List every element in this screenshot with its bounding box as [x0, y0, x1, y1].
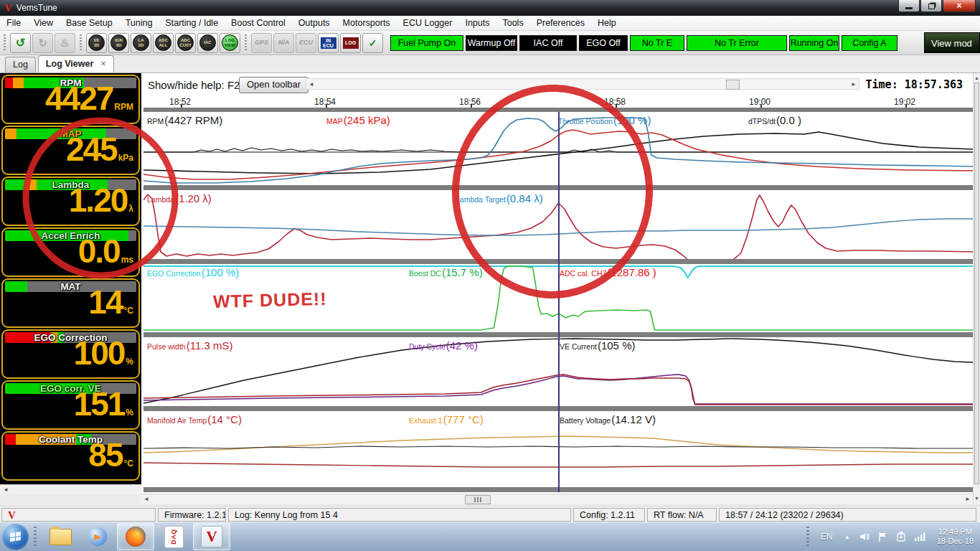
menu-item-inputs[interactable]: Inputs	[458, 17, 496, 29]
tray-expand-icon[interactable]: ▲	[844, 534, 850, 540]
reload-button[interactable]: ↺	[10, 33, 31, 53]
log-view-button[interactable]: LOG VIEW	[220, 33, 240, 53]
time-scrollbar-thumb[interactable]	[726, 80, 740, 90]
help-hint: Show/hide help: F2	[148, 79, 240, 91]
action-center-flag-icon[interactable]	[877, 532, 888, 542]
menu-item-starting-idle[interactable]: Starting / Idle	[159, 17, 225, 29]
minimize-button[interactable]	[898, 0, 920, 12]
ve-3d-button[interactable]: VE 3D	[86, 33, 107, 53]
title-bar: V VemsTune ×	[0, 0, 980, 16]
tab-log-viewer[interactable]: Log Viewer×	[38, 55, 114, 72]
clock[interactable]: 12:49 PM 18-Dec-18	[937, 527, 974, 546]
scroll-right-icon[interactable]: ►	[851, 80, 857, 90]
taskbar-media-player-button[interactable]: ▶	[80, 524, 116, 550]
gps-button[interactable]: GPS	[251, 33, 272, 53]
chart-vscrollbar-thumb[interactable]	[974, 83, 979, 484]
start-button[interactable]	[2, 524, 29, 550]
log-button[interactable]: LOG	[340, 33, 361, 53]
chart-vscrollbar[interactable]: ▲ ▼	[973, 73, 980, 504]
scroll-down-icon[interactable]: ▼	[974, 494, 979, 504]
ecu-button[interactable]: ECU	[296, 33, 316, 53]
gauge-list: RPM4427RPMMAP245kPaLambda1.20λAccel Enri…	[0, 75, 141, 481]
chart-hscrollbar-thumb[interactable]	[465, 495, 491, 504]
idaq-icon: DAQ	[164, 526, 184, 548]
toolbar-groups: ↺↻♨VE 3DIGN 2DLA 2DADC ALLADC CUSTIACLOG…	[0, 33, 384, 53]
scroll-right-icon[interactable]: ►	[965, 494, 971, 504]
close-button[interactable]: ×	[943, 0, 976, 12]
plot-label-ego-correction: EGO Correction(100 %)	[147, 266, 239, 278]
scroll-left-icon[interactable]: ◄	[3, 485, 9, 495]
toolbar-grip-icon	[80, 34, 82, 52]
menu-item-ecu-logger[interactable]: ECU Logger	[397, 17, 459, 29]
sidebar-scrollbar[interactable]: ◄	[0, 484, 141, 495]
tab-log[interactable]: Log	[5, 57, 36, 72]
plot-label-duty-cycle: Duty Cycle(42 %)	[409, 339, 478, 352]
menu-item-boost-control[interactable]: Boost Control	[225, 17, 292, 29]
media-player-icon: ▶	[88, 527, 107, 546]
menu-item-base-setup[interactable]: Base Setup	[60, 17, 119, 29]
plot-label-battery-voltage: Battery Voltage(14.12 V)	[560, 413, 656, 425]
open-toolbar-button[interactable]: Open toolbar	[239, 77, 308, 93]
la-2d-icon: LA 2D	[133, 34, 149, 51]
ign-2d-button[interactable]: IGN 2D	[108, 33, 129, 53]
status-chip-iac-off: IAC Off	[519, 35, 577, 51]
gauge-unit: %	[126, 408, 133, 418]
taskbar-firefox-button[interactable]	[117, 523, 154, 550]
time-cursor-line[interactable]	[558, 112, 560, 492]
scroll-left-icon[interactable]: ◄	[308, 80, 314, 90]
menu-item-tuning[interactable]: Tuning	[119, 17, 159, 29]
plot-label-name: RPM	[147, 117, 164, 126]
time-scrollbar[interactable]: ◄ ►	[306, 78, 859, 90]
plot-label-name: Lambda Target	[456, 195, 506, 204]
tab-close-icon[interactable]: ×	[100, 59, 105, 69]
safely-remove-icon[interactable]	[895, 531, 907, 542]
menu-item-tools[interactable]: Tools	[496, 17, 529, 29]
chart-hscrollbar[interactable]: ◄ ►	[141, 494, 973, 504]
scroll-left-icon[interactable]: ◄	[143, 494, 149, 504]
close-icon: ×	[956, 1, 961, 11]
adc-all-button[interactable]: ADC ALL	[153, 33, 174, 53]
tab-label: Log Viewer	[46, 59, 93, 69]
gauge-ego-corr-ve: EGO corr. VE151%	[1, 380, 140, 430]
iac-button[interactable]: IAC	[197, 33, 218, 53]
menu-item-file[interactable]: File	[0, 17, 27, 29]
gauge-ego-correction: EGO Correction100%	[1, 329, 140, 379]
plot-label-value: (0.84 λ)	[507, 192, 543, 204]
apply-button[interactable]: ✓	[362, 33, 383, 53]
plot-label-name: ADC cal. CH7	[560, 269, 606, 278]
in-ecu-button[interactable]: IN ECU	[318, 33, 339, 53]
toolbar-group-2: GPSN/AECUIN ECULOG✓	[241, 33, 384, 53]
menu-item-motorsports[interactable]: Motorsports	[336, 17, 397, 29]
menu-item-preferences[interactable]: Preferences	[530, 17, 591, 29]
burn-button[interactable]: ♨	[55, 33, 75, 53]
taskbar-idaq-button[interactable]: DAQ	[156, 524, 192, 550]
network-signal-icon[interactable]	[914, 532, 926, 542]
volume-icon[interactable]	[859, 531, 870, 542]
restore-button[interactable]	[920, 0, 942, 12]
view-mode-button[interactable]: View mod	[924, 32, 980, 53]
gauge-unit: °C	[124, 306, 133, 316]
language-indicator[interactable]: EN	[821, 532, 833, 542]
taskbar-vemstune-button[interactable]: V	[193, 523, 230, 550]
reload-disabled-button[interactable]: ↻	[32, 33, 53, 53]
status-chip-config-a: Config A	[842, 35, 897, 51]
menu-item-outputs[interactable]: Outputs	[292, 17, 336, 29]
gauge-coolant-temp: Coolant Temp85°C	[1, 431, 140, 481]
menu-item-help[interactable]: Help	[591, 17, 623, 29]
la-2d-button[interactable]: LA 2D	[131, 33, 151, 53]
taskbar-explorer-button[interactable]	[42, 524, 78, 550]
na-button[interactable]: N/A	[273, 33, 294, 53]
status-cell-0: V	[1, 508, 156, 522]
plot-label-value: (42 %)	[446, 339, 478, 352]
burn-icon: ♨	[60, 37, 70, 50]
window-controls: ×	[897, 0, 976, 12]
log-view-icon: LOG VIEW	[222, 34, 238, 51]
menu-item-view[interactable]: View	[27, 17, 60, 29]
restore-icon	[928, 4, 935, 9]
plot-label-rpm: RPM(4427 RPM)	[147, 114, 222, 126]
plot-label-name: VE Current	[560, 342, 597, 351]
scroll-up-icon[interactable]: ▲	[974, 73, 979, 83]
gauge-accel-enrich: Accel Enrich0.0ms	[1, 227, 140, 277]
adc-cust-button[interactable]: ADC CUST	[175, 33, 196, 53]
status-cell-2: Log: Kenny Log from 15 4	[228, 508, 571, 522]
